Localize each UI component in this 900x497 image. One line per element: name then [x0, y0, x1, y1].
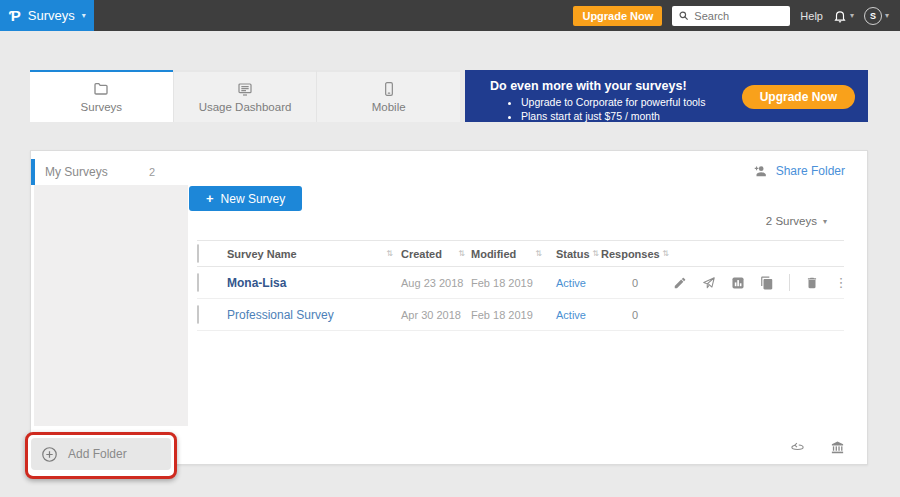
- survey-name-link[interactable]: Mona-Lisa: [227, 276, 286, 290]
- table-row: Professional Survey Apr 30 2018 Feb 18 2…: [197, 299, 844, 331]
- column-header-responses: Responses: [601, 248, 660, 260]
- survey-name-link[interactable]: Professional Survey: [227, 308, 334, 322]
- sort-icon[interactable]: ⇅: [662, 249, 669, 258]
- panel-content: Share Folder + New Survey 2 Surveys ▾ Su…: [188, 151, 867, 464]
- surveys-table: Survey Name ⇅ Created ⇅ Modified ⇅ Statu…: [197, 240, 844, 331]
- sort-icon[interactable]: ⇅: [458, 249, 465, 258]
- plus-icon: +: [206, 191, 214, 206]
- tab-label: Surveys: [81, 101, 123, 113]
- dashboard-icon: [237, 81, 253, 97]
- select-all-checkbox[interactable]: [197, 244, 199, 263]
- modified-date: Feb 18 2019: [471, 277, 533, 289]
- archive-bank-icon[interactable]: [830, 440, 845, 455]
- add-folder-button[interactable]: Add Folder: [31, 438, 171, 470]
- restore-icon[interactable]: [790, 440, 805, 455]
- status-badge[interactable]: Active: [556, 309, 586, 321]
- annotation-highlight: Add Folder: [25, 432, 177, 479]
- new-survey-label: New Survey: [221, 192, 286, 206]
- status-badge[interactable]: Active: [556, 277, 586, 289]
- sort-icon[interactable]: ⇅: [592, 249, 599, 258]
- share-folder-link[interactable]: Share Folder: [752, 164, 845, 178]
- search-input[interactable]: [694, 10, 784, 22]
- surveys-panel: My Surveys 2 Add Folder Share Folder + N…: [30, 150, 868, 465]
- search-icon: [678, 10, 689, 21]
- table-row: Mona-Lisa Aug 23 2018 Feb 18 2019 Active…: [197, 267, 844, 299]
- banner-bullet: Plans start at just $75 / month: [521, 110, 856, 124]
- tab-mobile[interactable]: Mobile: [316, 70, 460, 122]
- table-header-row: Survey Name ⇅ Created ⇅ Modified ⇅ Statu…: [197, 240, 844, 267]
- report-icon[interactable]: [731, 276, 745, 290]
- plus-circle-icon: [41, 446, 58, 463]
- row-checkbox[interactable]: [197, 305, 199, 324]
- responses-count: 0: [601, 277, 669, 289]
- add-folder-label: Add Folder: [68, 447, 127, 461]
- chevron-down-icon: ▾: [850, 11, 854, 20]
- panel-footer-actions: [790, 440, 845, 455]
- actions-divider: [789, 274, 790, 291]
- topbar-actions: Upgrade Now Help ▾ S ▾: [573, 6, 900, 26]
- folder-label: My Surveys: [45, 165, 108, 179]
- top-bar: Ƥ Surveys ▾ Upgrade Now Help ▾ S ▾: [0, 0, 900, 31]
- copy-icon[interactable]: [760, 276, 774, 290]
- upgrade-now-button[interactable]: Upgrade Now: [573, 6, 662, 26]
- section-tabs: Surveys Usage Dashboard Mobile: [30, 70, 460, 122]
- survey-count-dropdown[interactable]: 2 Surveys ▾: [766, 215, 827, 227]
- brand-logo-icon: Ƥ: [9, 8, 21, 23]
- created-date: Aug 23 2018: [401, 277, 463, 289]
- avatar: S: [864, 7, 882, 25]
- notifications-button[interactable]: ▾: [833, 9, 854, 23]
- send-icon[interactable]: [702, 276, 716, 290]
- folder-item-my-surveys[interactable]: My Surveys 2: [31, 159, 188, 185]
- person-plus-icon: [752, 164, 768, 178]
- chevron-down-icon: ▾: [823, 217, 827, 226]
- tab-usage-dashboard[interactable]: Usage Dashboard: [173, 70, 317, 122]
- folder-count-badge: 2: [149, 166, 155, 178]
- chevron-down-icon: ▾: [82, 11, 86, 20]
- new-survey-button[interactable]: + New Survey: [189, 186, 302, 211]
- sort-icon[interactable]: ⇅: [535, 249, 542, 258]
- folder-icon: [93, 81, 109, 97]
- search-box[interactable]: [672, 6, 790, 26]
- folder-list-area: [34, 185, 188, 426]
- row-actions: ⋮: [673, 274, 856, 291]
- tab-surveys[interactable]: Surveys: [30, 70, 173, 122]
- edit-icon[interactable]: [673, 276, 687, 290]
- survey-count-label: 2 Surveys: [766, 215, 817, 227]
- mobile-icon: [381, 81, 397, 97]
- more-options-icon[interactable]: ⋮: [834, 276, 848, 290]
- product-menu[interactable]: Ƥ Surveys ▾: [0, 0, 94, 31]
- tab-label: Usage Dashboard: [199, 101, 292, 113]
- app-window: Ƥ Surveys ▾ Upgrade Now Help ▾ S ▾ Surve: [0, 0, 900, 497]
- created-date: Apr 30 2018: [401, 309, 461, 321]
- modified-date: Feb 18 2019: [471, 309, 533, 321]
- bell-icon: [833, 9, 847, 23]
- column-header-created: Created: [401, 248, 442, 260]
- promo-banner: Do even more with your surveys! Upgrade …: [465, 70, 868, 122]
- sort-icon[interactable]: ⇅: [386, 249, 393, 258]
- responses-count: 0: [601, 309, 669, 321]
- delete-icon[interactable]: [805, 276, 819, 290]
- banner-upgrade-button[interactable]: Upgrade Now: [742, 85, 855, 109]
- account-menu[interactable]: S ▾: [864, 7, 889, 25]
- tab-label: Mobile: [372, 101, 406, 113]
- row-checkbox[interactable]: [197, 273, 199, 292]
- column-header-status: Status: [556, 248, 590, 260]
- column-header-name: Survey Name: [227, 248, 297, 260]
- product-menu-label: Surveys: [28, 8, 75, 23]
- help-link[interactable]: Help: [800, 10, 823, 22]
- chevron-down-icon: ▾: [885, 11, 889, 20]
- column-header-modified: Modified: [471, 248, 516, 260]
- share-folder-label: Share Folder: [776, 164, 845, 178]
